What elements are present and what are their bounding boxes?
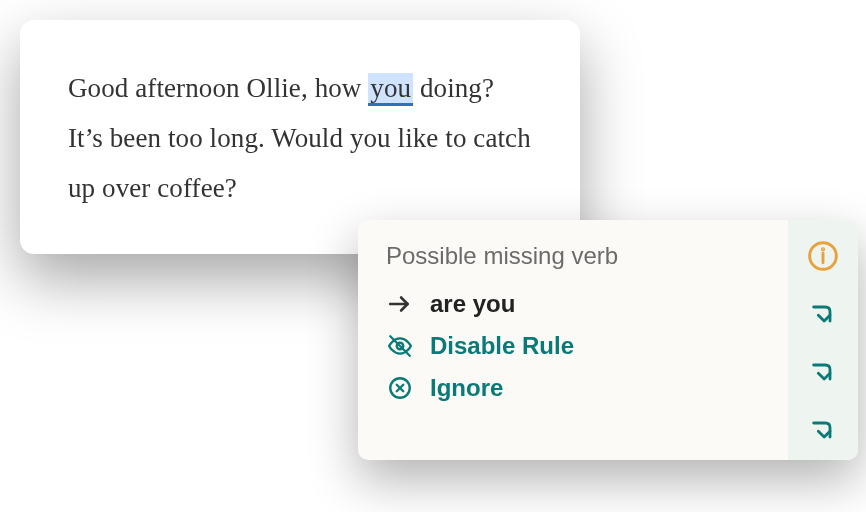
- popup-aside: [788, 220, 858, 460]
- text-before: Good afternoon Ollie, how: [68, 73, 368, 103]
- disable-rule-label: Disable Rule: [430, 332, 574, 360]
- suggestion-popup: Possible missing verb are you: [358, 220, 858, 460]
- corner-down-icon[interactable]: [805, 296, 841, 332]
- close-circle-icon: [386, 374, 414, 402]
- disable-rule-row[interactable]: Disable Rule: [386, 332, 764, 360]
- popup-title: Possible missing verb: [386, 242, 764, 270]
- suggestion-text: are you: [430, 290, 515, 318]
- ignore-row[interactable]: Ignore: [386, 374, 764, 402]
- info-icon[interactable]: [805, 238, 841, 274]
- arrow-right-icon: [386, 290, 414, 318]
- suggestion-row[interactable]: are you: [386, 290, 764, 318]
- svg-point-8: [822, 249, 823, 250]
- editor-card: Good afternoon Ollie, how you doing? It’…: [20, 20, 580, 254]
- popup-main: Possible missing verb are you: [358, 220, 788, 460]
- ignore-label: Ignore: [430, 374, 503, 402]
- corner-down-icon[interactable]: [805, 412, 841, 448]
- corner-down-icon[interactable]: [805, 354, 841, 390]
- highlighted-word[interactable]: you: [368, 73, 413, 106]
- editor-text[interactable]: Good afternoon Ollie, how you doing? It’…: [68, 64, 532, 214]
- eye-off-icon: [386, 332, 414, 360]
